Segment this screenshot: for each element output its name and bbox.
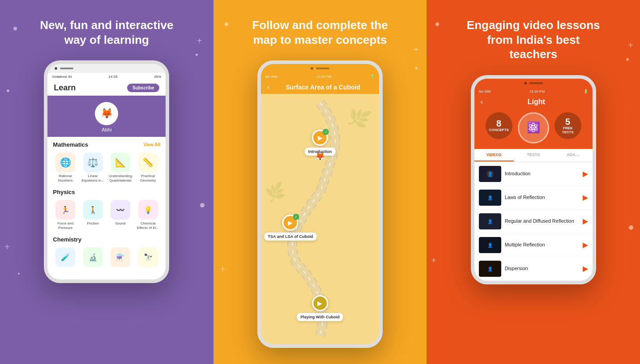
force-pressure-label: Force and Pressure [53, 221, 78, 230]
node-label-playing: Playing With Cuboid [297, 313, 343, 321]
chem-item-1[interactable]: 🧪 [53, 247, 78, 269]
panel-3-heading: Engaging video lessons from India's best… [462, 18, 605, 62]
video-item-introduction[interactable]: 👤 Introduction ▶ [474, 162, 593, 186]
video-item-dispersion[interactable]: 👤 Dispersion ▶ [474, 257, 593, 281]
back-button-p3[interactable]: ‹ [481, 98, 483, 106]
subject-sound[interactable]: 〰️ Sound [108, 200, 133, 230]
tab-bar: VIDEOS TESTS ADA... [474, 149, 593, 162]
chem-icon-2: 🔬 [83, 247, 103, 267]
svg-text:👤: 👤 [487, 195, 493, 201]
map-area: ▶ ✓ Introduction 🦊 ▶ ✓ TSA and LSA of Cu… [261, 94, 379, 344]
battery-label: 26% [154, 75, 161, 79]
physics-section-header: Physics [53, 189, 160, 195]
subscribe-button[interactable]: Subscribe [127, 84, 159, 92]
svg-text:👤: 👤 [487, 219, 493, 224]
carrier-label: Vodafone IN [52, 75, 72, 79]
tab-videos[interactable]: VIDEOS [474, 149, 514, 161]
video-list: 👤 Introduction ▶ 👤 Laws of Reflection ▶ [474, 162, 593, 281]
video-title-dispersion: Dispersion [505, 265, 579, 271]
panel-videos: + + Engaging video lessons from India's … [427, 0, 640, 364]
phone-1-header: Learn Subscribe [47, 80, 166, 96]
video-thumb-introduction: 👤 [479, 166, 501, 182]
badge-tests[interactable]: 5 FREE TESTS [555, 112, 581, 139]
map-node-tsa[interactable]: ▶ ✓ TSA and LSA of Cuboid [265, 215, 317, 241]
math-section-header: Mathematics View All [53, 141, 160, 148]
back-button-p2[interactable]: ‹ [267, 83, 269, 91]
p2-carrier: No SIM [265, 75, 277, 79]
view-all-math[interactable]: View All [144, 142, 161, 147]
panel-map: + + Follow and complete the map to maste… [213, 0, 427, 364]
video-title-multiple: Multiple Reflection [505, 241, 579, 248]
chem-icon-4: 🔭 [138, 247, 158, 267]
video-item-multiple[interactable]: 👤 Multiple Reflection ▶ [474, 233, 593, 257]
video-item-laws[interactable]: 👤 Laws of Reflection ▶ [474, 186, 593, 210]
video-title-laws: Laws of Reflection [505, 194, 579, 200]
panel-learning: + + New, fun and interactive way of lear… [0, 0, 213, 364]
time-label: 14:26 [108, 75, 117, 79]
play-icon-diffused[interactable]: ▶ [583, 217, 588, 225]
practical-geometry-label: Practical Geometry [136, 174, 161, 182]
video-thumb-diffused: 👤 [479, 213, 501, 229]
concept-badges: 8 CONCEPTS ⚛️ 5 FREE TESTS [474, 109, 593, 149]
tab-ada[interactable]: ADA... [553, 149, 593, 161]
video-title-diffused: Regular and Diffused Reflection [505, 218, 579, 224]
badge-tests-num: 5 [565, 117, 570, 126]
badge-center-icon: ⚛️ [518, 112, 549, 144]
panel-1-heading: New, fun and interactive way of learning [35, 18, 178, 47]
subject-friction[interactable]: 🚶 Friction [81, 200, 106, 230]
quadrilaterals-icon: 📐 [111, 152, 130, 172]
quadrilaterals-label: Understanding Quadrilaterals [108, 174, 133, 182]
subject-linear-equations[interactable]: ⚖️ Linear Equations in... [81, 152, 106, 182]
rational-numbers-label: Rational Numbers [53, 174, 78, 182]
video-thumb-dispersion: 👤 [479, 261, 501, 277]
practical-geometry-icon: 📏 [138, 152, 158, 172]
play-icon-laws[interactable]: ▶ [583, 193, 588, 202]
sound-label: Sound [115, 221, 126, 226]
chem-item-2[interactable]: 🔬 [81, 247, 106, 269]
rational-numbers-icon: 🌐 [55, 152, 75, 172]
tab-tests[interactable]: TESTS [514, 149, 553, 161]
p3-screen-title: Light [486, 98, 586, 106]
friction-label: Friction [87, 221, 98, 226]
badge-concepts[interactable]: 8 CONCEPTS [486, 112, 512, 139]
badge-concepts-num: 8 [496, 119, 501, 128]
video-item-diffused[interactable]: 👤 Regular and Diffused Reflection ▶ [474, 210, 593, 233]
node-circle-playing: ▶ [312, 295, 328, 311]
play-icon-dispersion[interactable]: ▶ [583, 264, 588, 273]
phone-3-header: ‹ Light [474, 95, 593, 109]
phone-3-status: No SIM 12:30 PM 🔋 [474, 88, 593, 95]
svg-text:👤: 👤 [487, 171, 493, 177]
math-grid: 🌐 Rational Numbers ⚖️ Linear Equations i… [53, 152, 160, 182]
chem-icon-1: 🧪 [55, 247, 75, 267]
phone-2-status: No SIM 12:29 PM 🔋 [261, 73, 379, 80]
physics-grid: 🏃 Force and Pressure 🚶 Friction 〰️ Sound… [53, 200, 160, 230]
badge-concepts-label: CONCEPTS [489, 128, 508, 132]
play-icon-multiple[interactable]: ▶ [583, 241, 588, 249]
subject-practical-geometry[interactable]: 📏 Practical Geometry [136, 152, 161, 182]
badge-tests-label: FREE TESTS [562, 126, 574, 134]
map-node-playing[interactable]: ▶ Playing With Cuboid [297, 295, 343, 321]
chemical-effects-label: Chemical Effects of El... [136, 221, 161, 230]
play-icon-introduction[interactable]: ▶ [583, 169, 588, 178]
linear-equations-label: Linear Equations in... [81, 174, 106, 182]
node-circle-intro: ▶ ✓ [312, 130, 328, 146]
avatar: 🦊 [95, 102, 118, 125]
friction-icon: 🚶 [83, 200, 103, 220]
checkmark-tsa: ✓ [293, 214, 299, 220]
subject-rational-numbers[interactable]: 🌐 Rational Numbers [53, 152, 78, 182]
panel-2-heading: Follow and complete the map to master co… [248, 18, 392, 47]
subject-quadrilaterals[interactable]: 📐 Understanding Quadrilaterals [108, 152, 133, 182]
chem-item-4[interactable]: 🔭 [136, 247, 161, 269]
subject-chemical-effects[interactable]: 💡 Chemical Effects of El... [136, 200, 161, 230]
phone-2: No SIM 12:29 PM 🔋 ‹ Surface Area of a Cu… [257, 60, 383, 348]
p2-time: 12:29 PM [316, 75, 331, 79]
atom-icon: ⚛️ [527, 121, 540, 134]
map-node-introduction[interactable]: ▶ ✓ Introduction 🦊 [305, 130, 336, 156]
phone-3: No SIM 12:30 PM 🔋 ‹ Light 8 CONCEPTS ⚛️ … [471, 75, 596, 284]
node-circle-tsa: ▶ ✓ [282, 215, 299, 231]
video-thumb-multiple: 👤 [479, 237, 501, 253]
chem-item-3[interactable]: ⚗️ [108, 247, 133, 269]
p3-time: 12:30 PM [529, 89, 545, 93]
subject-force-pressure[interactable]: 🏃 Force and Pressure [53, 200, 78, 230]
checkmark-intro: ✓ [323, 129, 329, 135]
